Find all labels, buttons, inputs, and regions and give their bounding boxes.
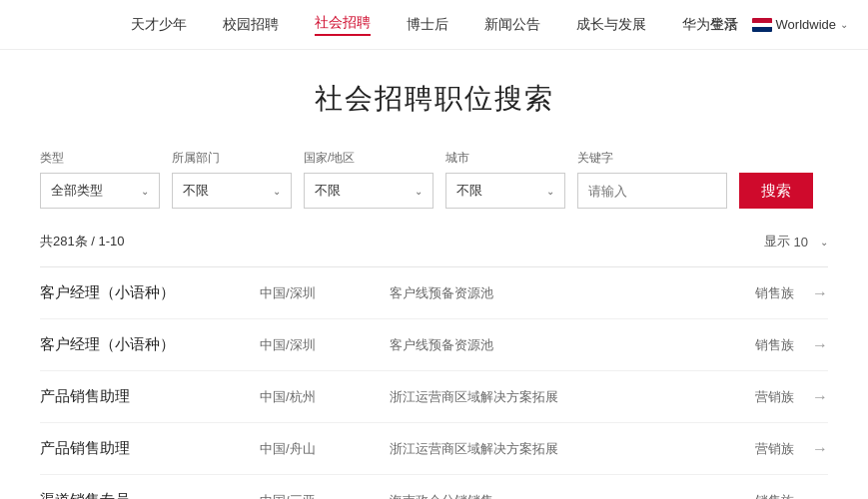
nav-item-postdoc[interactable]: 博士后 xyxy=(407,16,448,34)
country-select[interactable]: 不限 ⌄ xyxy=(304,173,434,209)
results-count: 共281条 / 1-10 xyxy=(40,233,125,250)
job-arrow-icon: → xyxy=(812,440,828,458)
job-title: 客户经理（小语种） xyxy=(40,283,260,302)
job-list: 客户经理（小语种） 中国/深圳 客户线预备资源池 销售族 → 客户经理（小语种）… xyxy=(40,267,828,499)
search-filters: 类型 全部类型 ⌄ 所属部门 不限 ⌄ 国家/地区 不限 ⌄ 城市 不限 xyxy=(40,150,828,209)
dept-chevron-icon: ⌄ xyxy=(273,186,281,197)
display-chevron-icon: ⌄ xyxy=(820,237,828,248)
country-filter-group: 国家/地区 不限 ⌄ xyxy=(304,150,434,209)
nav-item-growth[interactable]: 成长与发展 xyxy=(576,16,646,34)
job-dept: 浙江运营商区域解决方案拓展 xyxy=(390,388,714,406)
nav-links: 天才少年 校园招聘 社会招聘 博士后 新闻公告 成长与发展 华为生活 xyxy=(131,14,738,36)
job-category: 销售族 xyxy=(714,492,794,500)
country-chevron-icon: ⌄ xyxy=(415,186,423,197)
nav-item-social[interactable]: 社会招聘 xyxy=(315,14,371,36)
city-filter-group: 城市 不限 ⌄ xyxy=(445,150,565,209)
nav-item-news[interactable]: 新闻公告 xyxy=(484,16,540,34)
flag-icon xyxy=(752,18,772,32)
dept-select[interactable]: 不限 ⌄ xyxy=(172,173,292,209)
dept-filter-group: 所属部门 不限 ⌄ xyxy=(172,150,292,209)
type-select-value: 全部类型 xyxy=(51,182,103,200)
keyword-filter-group: 关键字 xyxy=(577,150,727,209)
keyword-filter-label: 关键字 xyxy=(577,150,727,167)
search-button[interactable]: 搜索 xyxy=(739,173,813,209)
type-select[interactable]: 全部类型 ⌄ xyxy=(40,173,160,209)
country-select-value: 不限 xyxy=(315,182,341,200)
job-category: 营销族 xyxy=(714,440,794,458)
dept-filter-label: 所属部门 xyxy=(172,150,292,167)
job-title: 客户经理（小语种） xyxy=(40,335,260,354)
job-dept: 客户线预备资源池 xyxy=(390,336,714,354)
worldwide-selector[interactable]: Worldwide ⌄ xyxy=(752,17,848,32)
worldwide-label: Worldwide xyxy=(776,17,836,32)
job-row[interactable]: 客户经理（小语种） 中国/深圳 客户线预备资源池 销售族 → xyxy=(40,267,828,319)
city-chevron-icon: ⌄ xyxy=(546,186,554,197)
chevron-down-icon: ⌄ xyxy=(840,19,848,30)
type-filter-label: 类型 xyxy=(40,150,160,167)
keyword-input[interactable] xyxy=(577,173,727,209)
nav-item-campus[interactable]: 校园招聘 xyxy=(223,16,279,34)
login-button[interactable]: 登录 xyxy=(710,16,738,34)
job-location: 中国/深圳 xyxy=(260,284,390,302)
dept-select-value: 不限 xyxy=(183,182,209,200)
city-select[interactable]: 不限 ⌄ xyxy=(445,173,565,209)
job-dept: 客户线预备资源池 xyxy=(390,284,714,302)
job-arrow-icon: → xyxy=(812,388,828,406)
job-category: 销售族 xyxy=(714,336,794,354)
results-header: 共281条 / 1-10 显示 10 ⌄ xyxy=(40,233,828,250)
job-title: 渠道销售专员 xyxy=(40,491,260,499)
nav-item-prodigy[interactable]: 天才少年 xyxy=(131,16,187,34)
job-arrow-icon: → xyxy=(812,492,828,500)
job-title: 产品销售助理 xyxy=(40,439,260,458)
city-select-value: 不限 xyxy=(456,182,482,200)
job-category: 销售族 xyxy=(714,284,794,302)
job-location: 中国/深圳 xyxy=(260,336,390,354)
job-location: 中国/舟山 xyxy=(260,440,390,458)
country-filter-label: 国家/地区 xyxy=(304,150,434,167)
job-arrow-icon: → xyxy=(812,336,828,354)
job-row[interactable]: 渠道销售专员 中国/三亚 海南政企分销销售 销售族 → xyxy=(40,475,828,499)
job-location: 中国/杭州 xyxy=(260,388,390,406)
job-dept: 浙江运营商区域解决方案拓展 xyxy=(390,440,714,458)
display-value: 10 xyxy=(794,235,808,250)
type-chevron-icon: ⌄ xyxy=(141,186,149,197)
page-content: 社会招聘职位搜索 类型 全部类型 ⌄ 所属部门 不限 ⌄ 国家/地区 不限 ⌄ xyxy=(0,50,868,499)
job-location: 中国/三亚 xyxy=(260,492,390,500)
job-title: 产品销售助理 xyxy=(40,387,260,406)
page-title: 社会招聘职位搜索 xyxy=(40,80,828,118)
display-label: 显示 xyxy=(764,233,790,250)
nav-right: 登录 Worldwide ⌄ xyxy=(710,16,848,34)
job-row[interactable]: 客户经理（小语种） 中国/深圳 客户线预备资源池 销售族 → xyxy=(40,319,828,371)
display-selector[interactable]: 显示 10 ⌄ xyxy=(764,233,828,250)
city-filter-label: 城市 xyxy=(445,150,565,167)
job-category: 营销族 xyxy=(714,388,794,406)
job-dept: 海南政企分销销售 xyxy=(390,492,714,500)
job-arrow-icon: → xyxy=(812,284,828,302)
job-row[interactable]: 产品销售助理 中国/舟山 浙江运营商区域解决方案拓展 营销族 → xyxy=(40,423,828,475)
job-row[interactable]: 产品销售助理 中国/杭州 浙江运营商区域解决方案拓展 营销族 → xyxy=(40,371,828,423)
main-nav: 天才少年 校园招聘 社会招聘 博士后 新闻公告 成长与发展 华为生活 登录 Wo… xyxy=(0,0,868,50)
type-filter-group: 类型 全部类型 ⌄ xyxy=(40,150,160,209)
